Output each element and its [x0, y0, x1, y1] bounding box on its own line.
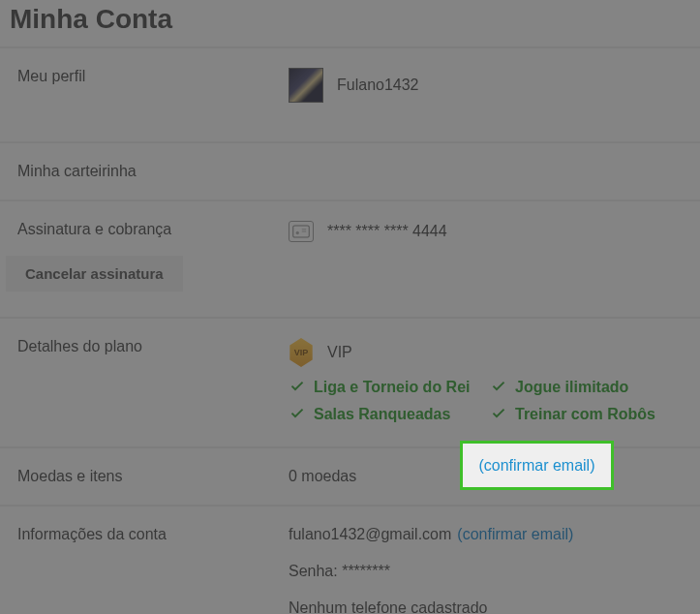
- highlight-box: (confirmar email): [460, 441, 614, 490]
- account-password: Senha: ********: [289, 563, 683, 580]
- feature-item: Treinar com Robôs: [490, 406, 684, 423]
- plan-row: Detalhes do plano VIP VIP Liga e Torneio…: [0, 317, 700, 446]
- profile-row: Meu perfil Fulano1432: [0, 46, 700, 141]
- account-phone: Nenhum telefone cadastrado: [289, 599, 683, 614]
- feature-label: Jogue ilimitado: [515, 379, 628, 396]
- check-icon: [490, 406, 507, 423]
- feature-label: Liga e Torneio do Rei: [314, 379, 471, 396]
- profile-label: Meu perfil: [17, 68, 289, 103]
- feature-item: Liga e Torneio do Rei: [289, 379, 482, 396]
- wallet-row[interactable]: Minha carteirinha: [0, 141, 700, 200]
- account-info-label: Informações da conta: [17, 526, 289, 614]
- wallet-label: Minha carteirinha: [17, 163, 137, 180]
- vip-badge-icon: VIP: [289, 338, 314, 367]
- page-title: Minha Conta: [0, 0, 700, 46]
- svg-rect-0: [293, 226, 310, 237]
- feature-label: Treinar com Robôs: [515, 406, 655, 423]
- credit-card-icon: [289, 221, 314, 242]
- card-number-masked: **** **** **** 4444: [327, 223, 447, 240]
- feature-item: Jogue ilimitado: [490, 379, 684, 396]
- coins-label: Moedas e itens: [17, 468, 289, 485]
- account-email: fulano1432@gmail.com: [289, 526, 451, 543]
- confirm-email-link-highlighted[interactable]: (confirmar email): [478, 457, 594, 475]
- check-icon: [490, 379, 507, 396]
- plan-label: Detalhes do plano: [17, 338, 289, 423]
- cancel-subscription-button[interactable]: Cancelar assinatura: [6, 256, 183, 292]
- billing-row: Assinatura e cobrança Cancelar assinatur…: [0, 200, 700, 317]
- check-icon: [289, 379, 306, 396]
- svg-point-1: [296, 231, 299, 234]
- check-icon: [289, 406, 306, 423]
- feature-item: Salas Ranqueadas: [289, 406, 482, 423]
- feature-label: Salas Ranqueadas: [314, 406, 450, 423]
- account-info-row: Informações da conta fulano1432@gmail.co…: [0, 505, 700, 614]
- username: Fulano1432: [337, 77, 419, 94]
- avatar[interactable]: [289, 68, 323, 103]
- billing-label: Assinatura e cobrança: [17, 221, 289, 238]
- plan-tier: VIP: [327, 344, 352, 361]
- confirm-email-link[interactable]: (confirmar email): [457, 526, 573, 543]
- feature-list: Liga e Torneio do Rei Jogue ilimitado Sa…: [289, 379, 684, 423]
